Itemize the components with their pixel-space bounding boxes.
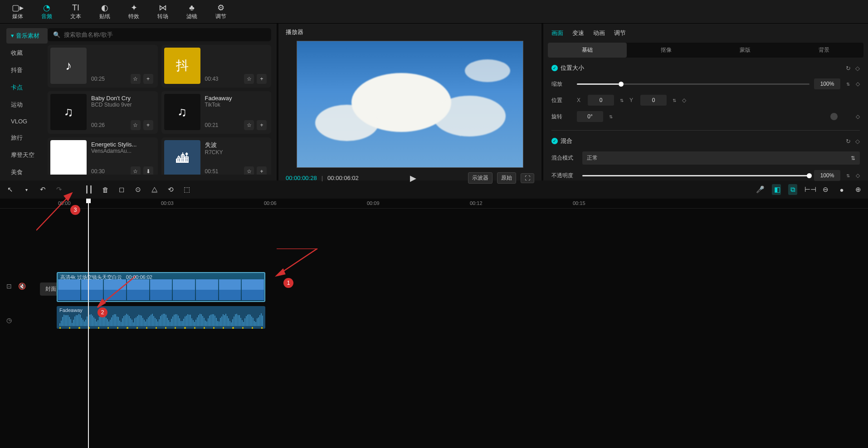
sticker-icon: ◐ (101, 3, 108, 13)
music-card[interactable]: ♪ 00:25 ☆ + (48, 45, 158, 88)
check-icon[interactable]: ✓ (551, 65, 558, 71)
rotate-tool[interactable]: ⟲ (166, 185, 175, 194)
keyframe-icon[interactable]: ◇ (682, 97, 686, 103)
sidebar-item-modern[interactable]: 摩登天空 (6, 147, 48, 163)
sidebar-item-sport[interactable]: 运动 (6, 97, 48, 112)
prop-tab-adjust[interactable]: 调节 (614, 29, 626, 37)
add-icon[interactable]: + (143, 74, 153, 84)
mic-icon[interactable]: 🎤 (756, 185, 765, 194)
align-tool[interactable]: ⊢⊣ (805, 185, 814, 194)
subtab-basic[interactable]: 基础 (548, 43, 627, 58)
fav-icon[interactable]: ☆ (131, 120, 141, 130)
prop-tab-canvas[interactable]: 画面 (551, 29, 563, 37)
pointer-dropdown[interactable]: ▾ (22, 187, 31, 192)
music-card[interactable]: ☼ Energetic Stylis... VensAdamsAu... 00:… (48, 137, 158, 175)
lock-icon[interactable]: ⊡ (6, 282, 12, 290)
fav-icon[interactable]: ☆ (244, 74, 254, 84)
spin-icon[interactable]: ⇅ (845, 82, 851, 87)
annotation-arrow-2 (91, 276, 145, 312)
tab-transition[interactable]: ⋈转场 (153, 0, 172, 23)
speed-tool[interactable]: ⊙ (133, 185, 142, 194)
music-card[interactable]: ♫ Baby Don't Cry BCD Studio 9ver 00:26 ☆… (48, 91, 158, 134)
blend-mode-select[interactable]: 正常⇅ (582, 151, 860, 165)
tab-sticker[interactable]: ◐贴纸 (95, 0, 114, 23)
scale-input[interactable] (814, 78, 840, 89)
tab-effects[interactable]: ✦特效 (124, 0, 143, 23)
pos-x-input[interactable] (588, 95, 614, 106)
preview-frame[interactable] (297, 41, 523, 168)
sidebar-item-beat[interactable]: 卡点 (6, 80, 48, 95)
sidebar-item-fav[interactable]: 收藏 (6, 45, 48, 61)
check-icon[interactable]: ✓ (551, 138, 558, 144)
player-canvas[interactable] (278, 41, 541, 168)
fav-icon[interactable]: ☆ (244, 120, 254, 130)
mute-icon[interactable]: 🔇 (18, 282, 26, 290)
subtab-matte[interactable]: 抠像 (627, 43, 706, 58)
prop-tab-anim[interactable]: 动画 (593, 29, 605, 37)
prop-tab-speed[interactable]: 变速 (572, 29, 584, 37)
music-artist: R7CKY (205, 149, 267, 156)
delete-tool[interactable]: 🗑 (101, 186, 110, 194)
music-grid[interactable]: ♪ 00:25 ☆ + 抖 00:43 ☆ (48, 45, 271, 175)
add-icon[interactable]: ⬇ (143, 166, 153, 175)
rotation-dial[interactable] (830, 113, 838, 120)
add-icon[interactable]: + (143, 120, 153, 130)
clock-icon[interactable]: ◷ (6, 317, 12, 324)
scope-button[interactable]: 示波器 (468, 172, 493, 184)
opacity-slider[interactable] (582, 175, 809, 176)
music-card[interactable]: 🏙 失波 R7CKY 00:51 ☆ + (161, 137, 272, 175)
keyframe-icon[interactable]: ◇ (856, 172, 860, 179)
fav-icon[interactable]: ☆ (131, 74, 141, 84)
music-search[interactable]: 🔍 (48, 28, 271, 41)
add-icon[interactable]: + (257, 120, 267, 130)
pointer-tool[interactable]: ↖ (5, 185, 15, 194)
rotation-input[interactable] (577, 111, 603, 122)
add-icon[interactable]: + (257, 166, 267, 175)
music-card[interactable]: 抖 00:43 ☆ + (161, 45, 272, 88)
music-card[interactable]: ♫ Fadeaway TikTok 00:21 ☆ + (161, 91, 272, 134)
play-button[interactable]: ▶ (410, 173, 416, 183)
reset-icon[interactable]: ↻ (846, 65, 851, 72)
keyframe-icon[interactable]: ◇ (856, 113, 860, 120)
ratio-tool[interactable]: ◻ (117, 185, 126, 194)
link-tool[interactable]: ⧉ (788, 184, 797, 195)
pos-y-input[interactable] (640, 95, 667, 106)
keyframe-icon[interactable]: ◇ (856, 81, 860, 87)
keyframe-icon[interactable]: ◇ (855, 138, 860, 145)
add-icon[interactable]: + (257, 74, 267, 84)
tab-adjust[interactable]: ⚙调节 (211, 0, 230, 23)
zoom-slider[interactable]: ● (837, 186, 846, 194)
tab-audio[interactable]: ◔音频 (37, 0, 56, 23)
sidebar-item-douyin[interactable]: 抖音 (6, 63, 48, 78)
sidebar-item-food[interactable]: 美食 (6, 165, 48, 180)
music-duration: 00:43 (205, 76, 219, 82)
timeline-ruler[interactable]: 00:00 00:03 00:06 00:09 00:12 00:15 (0, 199, 868, 209)
crop-tool[interactable]: ⬚ (182, 185, 191, 194)
sidebar-item-music-lib[interactable]: ▾ 音乐素材 (6, 28, 48, 44)
split-tool[interactable]: ┃┃ (84, 185, 93, 194)
timeline[interactable]: 00:00 00:03 00:06 00:09 00:12 00:15 ⊡ 🔇 … (0, 199, 868, 448)
keyframe-icon[interactable]: ◇ (855, 65, 860, 72)
playhead[interactable] (88, 199, 89, 448)
subtab-mask[interactable]: 蒙版 (706, 43, 785, 58)
opacity-input[interactable] (814, 170, 840, 181)
opacity-label: 不透明度 (551, 172, 578, 180)
subtab-bg[interactable]: 背景 (785, 43, 863, 58)
zoom-fit-icon[interactable]: ⊕ (853, 185, 863, 194)
fullscreen-button[interactable]: ⛶ (521, 173, 534, 183)
fav-icon[interactable]: ☆ (244, 166, 254, 175)
tab-text[interactable]: TI文本 (66, 0, 85, 23)
original-button[interactable]: 原始 (497, 172, 516, 184)
snap-tool[interactable]: ◧ (772, 184, 781, 195)
reset-icon[interactable]: ↻ (846, 138, 851, 145)
sidebar-item-vlog[interactable]: VLOG (6, 114, 48, 128)
fav-icon[interactable]: ☆ (131, 166, 141, 175)
tab-filter[interactable]: ♣滤镜 (182, 0, 201, 23)
search-input[interactable] (64, 31, 266, 38)
mirror-tool[interactable]: ⧋ (150, 185, 159, 194)
tab-media[interactable]: ▢▸媒体 (8, 0, 27, 23)
zoom-out-icon[interactable]: ⊖ (821, 185, 830, 194)
sidebar-item-travel[interactable]: 旅行 (6, 130, 48, 146)
waveform (59, 314, 263, 326)
scale-slider[interactable] (577, 83, 809, 85)
